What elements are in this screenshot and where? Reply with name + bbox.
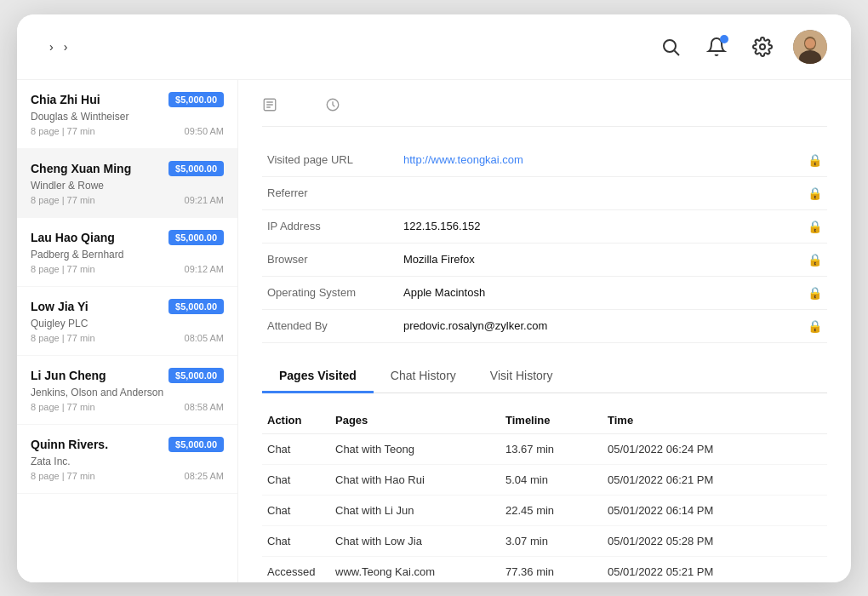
row-timeline: 77.36 min [500, 556, 602, 582]
detail-row: Browser Mozilla Firefox 🔒 [262, 243, 827, 276]
customer-item[interactable]: Li Jun Cheng $5,000.00 Jenkins, Olson an… [17, 356, 237, 425]
customer-company: Douglas & Wintheiser [31, 111, 224, 123]
info-stats-row [262, 97, 827, 127]
tab-chat-history[interactable]: Chat History [374, 360, 473, 393]
customer-time: 08:58 AM [185, 402, 224, 412]
customer-time: 08:25 AM [185, 471, 224, 481]
customer-time: 09:12 AM [185, 264, 224, 274]
notification-button[interactable] [701, 32, 732, 62]
customer-company: Zata Inc. [31, 456, 224, 467]
customer-company: Jenkins, Olson and Anderson [31, 387, 224, 398]
tab-visit-history[interactable]: Visit History [473, 360, 570, 393]
customer-item[interactable]: Low Jia Yi $5,000.00 Quigley PLC 8 page … [17, 287, 237, 356]
row-action: Chat [262, 433, 330, 464]
svg-line-1 [675, 50, 680, 55]
detail-lock: 🔒 [802, 176, 827, 209]
row-pages: www.Teong Kai.com [330, 556, 500, 582]
detail-value[interactable]: http://www.teongkai.com [398, 144, 802, 177]
row-time: 05/01/2022 06:21 PM [602, 464, 827, 495]
detail-label: Referrer [262, 176, 398, 209]
detail-row: Visited page URL http://www.teongkai.com… [262, 144, 827, 177]
row-time: 05/01/2022 06:24 PM [602, 433, 827, 464]
avatar[interactable] [793, 30, 827, 64]
customer-item[interactable]: Cheng Xuan Ming $5,000.00 Windler & Rowe… [17, 149, 237, 218]
row-timeline: 3.07 min [500, 525, 602, 556]
customer-badge: $5,000.00 [168, 230, 224, 245]
row-action: Chat [262, 495, 330, 525]
detail-table: Visited page URL http://www.teongkai.com… [262, 144, 827, 343]
pages-visited-stat [262, 97, 291, 112]
breadcrumb: › › [49, 40, 72, 54]
customer-time: 08:05 AM [185, 333, 224, 343]
table-row: Chat Chat with Hao Rui 5.04 min 05/01/20… [262, 464, 827, 495]
detail-lock: 🔒 [802, 243, 827, 276]
customer-badge: $5,000.00 [168, 161, 224, 176]
search-icon [660, 37, 681, 57]
customer-meta: 8 page | 77 min [31, 126, 95, 136]
customer-company: Windler & Rowe [31, 180, 224, 192]
settings-button[interactable] [747, 32, 778, 62]
detail-row: Referrer 🔒 [262, 176, 827, 209]
detail-label: Browser [262, 243, 398, 276]
detail-lock: 🔒 [802, 209, 827, 243]
customer-name: Cheng Xuan Ming [31, 162, 131, 175]
customer-name: Lau Hao Qiang [31, 231, 115, 244]
customer-badge: $5,000.00 [168, 368, 224, 383]
clock-icon [325, 97, 340, 112]
table-header: Time [602, 407, 827, 434]
pages-icon [262, 97, 277, 112]
row-action: Chat [262, 464, 330, 495]
detail-row: Operating System Apple Macintosh 🔒 [262, 276, 827, 309]
detail-value: Apple Macintosh [398, 276, 802, 309]
tab-pages-visited[interactable]: Pages Visited [262, 360, 374, 393]
customer-company: Padberg & Bernhard [31, 249, 224, 261]
row-timeline: 13.67 min [500, 433, 602, 464]
svg-point-6 [805, 38, 815, 49]
customer-item[interactable]: Quinn Rivers. $5,000.00 Zata Inc. 8 page… [17, 425, 237, 494]
customer-name: Low Jia Yi [31, 300, 89, 313]
row-pages: Chat with Hao Rui [330, 464, 500, 495]
breadcrumb-sep-1: › [49, 40, 54, 54]
customer-company: Quigley PLC [31, 318, 224, 330]
customer-name: Chia Zhi Hui [31, 93, 100, 106]
detail-lock: 🔒 [802, 276, 827, 309]
time-spent-stat [325, 97, 361, 112]
row-pages: Chat with Li Jun [330, 495, 500, 525]
svg-point-0 [664, 40, 676, 52]
table-row: Chat Chat with Li Jun 22.45 min 05/01/20… [262, 495, 827, 525]
row-action: Accessed [262, 556, 330, 582]
row-timeline: 5.04 min [500, 464, 602, 495]
customer-time: 09:21 AM [185, 195, 224, 205]
customer-item[interactable]: Lau Hao Qiang $5,000.00 Padberg & Bernha… [17, 218, 237, 287]
customer-badge: $5,000.00 [168, 92, 224, 107]
table-header: Pages [330, 407, 500, 434]
table-row: Chat Chat with Low Jia 3.07 min 05/01/20… [262, 525, 827, 556]
table-row: Chat Chat with Teong 13.67 min 05/01/202… [262, 433, 827, 464]
row-pages: Chat with Teong [330, 433, 500, 464]
row-time: 05/01/2022 05:21 PM [602, 556, 827, 582]
main-content: Chia Zhi Hui $5,000.00 Douglas & Winthei… [17, 80, 851, 582]
customer-badge: $5,000.00 [168, 437, 224, 452]
tabs-bar: Pages VisitedChat HistoryVisit History [262, 360, 827, 393]
detail-row: IP Address 122.15.156.152 🔒 [262, 209, 827, 243]
detail-label: Visited page URL [262, 144, 398, 177]
svg-point-2 [760, 44, 765, 49]
customer-item[interactable]: Chia Zhi Hui $5,000.00 Douglas & Winthei… [17, 80, 237, 149]
table-header: Action [262, 407, 330, 434]
customer-meta: 8 page | 77 min [31, 264, 95, 274]
detail-label: IP Address [262, 209, 398, 243]
table-row: Accessed www.Teong Kai.com 77.36 min 05/… [262, 556, 827, 582]
customer-sidebar: Chia Zhi Hui $5,000.00 Douglas & Winthei… [17, 80, 238, 582]
detail-panel: Visited page URL http://www.teongkai.com… [238, 80, 851, 582]
detail-value [398, 176, 802, 209]
gear-icon [752, 37, 773, 57]
row-time: 05/01/2022 06:14 PM [602, 495, 827, 525]
detail-label: Operating System [262, 276, 398, 309]
customer-name: Li Jun Cheng [31, 369, 106, 382]
detail-value: Mozilla Firefox [398, 243, 802, 276]
row-action: Chat [262, 525, 330, 556]
customer-meta: 8 page | 77 min [31, 195, 95, 205]
search-button[interactable] [655, 32, 686, 62]
header-icons [655, 30, 827, 64]
customer-name: Quinn Rivers. [31, 438, 108, 451]
